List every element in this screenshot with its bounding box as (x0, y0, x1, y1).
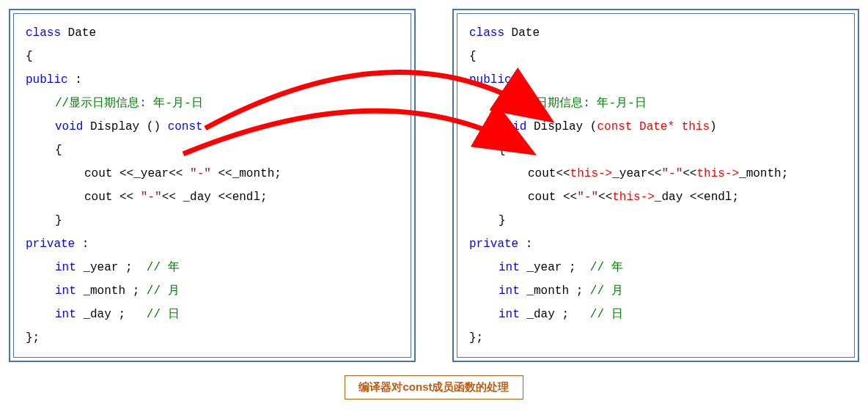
comment-display: //显示日期信息: 年-月-日 (55, 97, 203, 110)
brace-open: { (469, 45, 842, 68)
keyword-class: class (469, 26, 504, 40)
code-cout: cout << (528, 191, 577, 204)
comment-day: // 日 (147, 308, 180, 321)
keyword-private: private (26, 237, 75, 251)
keyword-int: int (55, 284, 76, 298)
left-code-box: class Date { public : //显示日期信息: 年-月-日 vo… (9, 9, 416, 362)
string-literal: "-" (661, 167, 683, 180)
keyword-void: void (499, 120, 526, 133)
code-cout: cout <<_year<< (84, 167, 190, 180)
brace-open: { (26, 139, 62, 162)
string-literal: "-" (190, 167, 211, 180)
string-literal: "-" (141, 191, 162, 204)
member-day: _day ; (520, 308, 590, 321)
brace-close: }; (26, 326, 399, 350)
member-month: _month ; (76, 284, 147, 298)
this-arrow: this-> (570, 167, 613, 180)
keyword-int: int (55, 308, 76, 321)
brace-close: }; (469, 326, 842, 350)
comment-display: //显示日期信息: 年-月-日 (499, 97, 647, 110)
diagram-container: class Date { public : //显示日期信息: 年-月-日 vo… (9, 9, 859, 362)
keyword-int: int (499, 284, 520, 298)
keyword-int: int (499, 261, 520, 274)
this-arrow: this-> (612, 191, 655, 204)
member-year: _year ; (76, 261, 147, 274)
keyword-class: class (26, 26, 61, 40)
brace-close: } (469, 209, 506, 232)
brace-open: { (469, 139, 506, 162)
keyword-int: int (499, 308, 520, 321)
comment-year: // 年 (147, 261, 180, 274)
brace-close: } (26, 209, 62, 232)
this-arrow: this-> (696, 167, 739, 180)
keyword-private: private (469, 237, 518, 251)
comment-month: // 月 (590, 284, 623, 298)
func-name: Display () (83, 120, 167, 133)
member-month: _month ; (520, 284, 590, 298)
string-literal: "-" (577, 191, 598, 204)
code-cout: cout<< (528, 167, 570, 180)
comment-day: // 日 (590, 308, 623, 321)
left-code: class Date { public : //显示日期信息: 年-月-日 vo… (13, 13, 411, 358)
keyword-const: const (168, 120, 203, 133)
right-code-box: class Date { public : //显示日期信息: 年-月-日 vo… (452, 9, 859, 362)
class-name: Date (504, 26, 540, 40)
comment-month: // 月 (147, 284, 180, 298)
brace-open: { (26, 45, 399, 68)
keyword-int: int (55, 261, 76, 274)
const-this-param: const Date* this (597, 120, 710, 133)
member-day: _day ; (76, 308, 147, 321)
keyword-void: void (55, 120, 83, 133)
member-year: _year ; (520, 261, 590, 274)
code-cout: cout << (84, 191, 141, 204)
class-name: Date (61, 26, 96, 40)
comment-year: // 年 (590, 261, 623, 274)
caption-label: 编译器对const成员函数的处理 (345, 375, 523, 399)
func-name: Display ( (526, 120, 597, 133)
keyword-public: public (26, 73, 68, 86)
right-code: class Date { public : //显示日期信息: 年-月-日 vo… (457, 13, 855, 358)
keyword-public: public (469, 73, 512, 86)
